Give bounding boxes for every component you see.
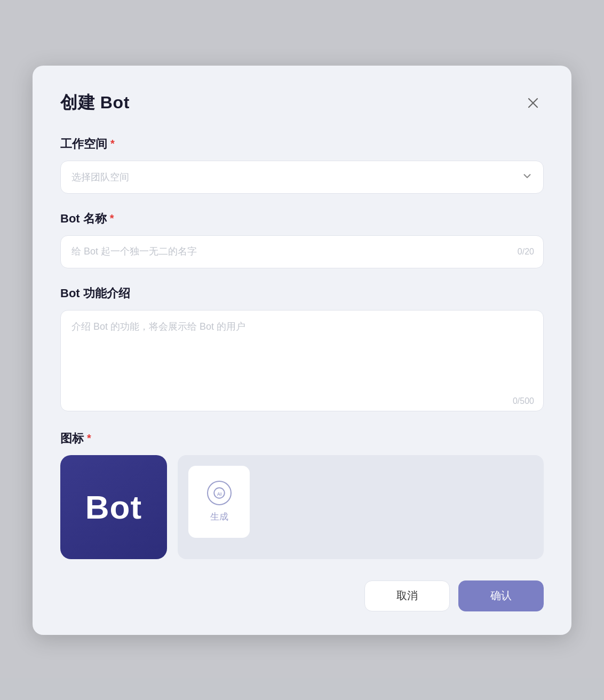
dialog-footer: 取消 确认 [60,580,544,611]
dialog-header: 创建 Bot [60,91,544,115]
icon-section: 图标 * Bot AI 生成 [60,431,544,559]
bot-name-section: Bot 名称 * 0/20 [60,211,544,268]
bot-desc-label: Bot 功能介绍 [60,285,544,301]
ai-icon: AI [207,481,232,505]
svg-text:AI: AI [217,491,221,496]
bot-desc-textarea-wrapper: 0/500 [60,310,544,413]
bot-name-char-count: 0/20 [518,247,534,257]
icon-label: 图标 * [60,431,544,447]
generate-icon-button[interactable]: AI 生成 [188,466,250,538]
workspace-section: 工作空间 * 选择团队空间 [60,136,544,194]
create-bot-dialog: 创建 Bot 工作空间 * 选择团队空间 [33,66,571,635]
dialog-overlay: 创建 Bot 工作空间 * 选择团队空间 [0,0,604,700]
bot-icon-preview[interactable]: Bot [60,455,167,559]
confirm-button[interactable]: 确认 [458,580,544,611]
workspace-required-star: * [110,138,115,150]
bot-desc-section: Bot 功能介绍 0/500 [60,285,544,413]
bot-icon-text: Bot [85,488,142,526]
bot-desc-char-count: 0/500 [513,396,534,406]
close-button[interactable] [522,92,544,114]
icon-area: Bot AI 生成 [60,455,544,559]
bot-name-label: Bot 名称 * [60,211,544,227]
workspace-select[interactable]: 选择团队空间 [60,161,544,194]
bot-name-input-wrapper: 0/20 [60,235,544,268]
cancel-button[interactable]: 取消 [364,580,450,611]
workspace-select-wrapper: 选择团队空间 [60,161,544,194]
icon-generate-area: AI 生成 [178,455,544,559]
dialog-title: 创建 Bot [60,91,130,115]
bot-name-required-star: * [110,212,114,225]
close-icon [527,97,539,109]
bot-desc-textarea[interactable] [60,310,544,411]
ai-generate-icon: AI [212,486,226,500]
icon-required-star: * [87,432,91,444]
bot-name-input[interactable] [60,235,544,268]
workspace-label: 工作空间 * [60,136,544,152]
generate-label: 生成 [210,511,228,523]
